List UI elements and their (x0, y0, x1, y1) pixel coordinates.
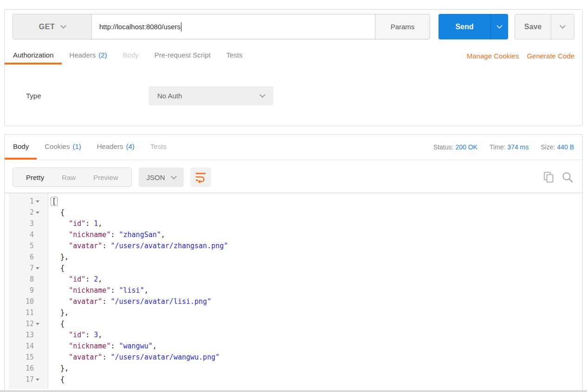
tab-headers[interactable]: Headers(2) (62, 47, 115, 64)
json-punctuation (52, 353, 69, 361)
json-punctuation: { (52, 375, 65, 384)
line-number-label: 2 (30, 208, 34, 217)
code-line: "nickname": "wangwu", (52, 341, 582, 352)
line-number-label: 12 (26, 320, 34, 328)
request-panel: GET http://localhost:8080/users Params S… (4, 9, 583, 126)
view-mode-pretty[interactable]: Pretty (17, 168, 53, 186)
auth-type-value: No Auth (157, 92, 182, 100)
matched-bracket: [ (51, 197, 58, 206)
line-number-label: 16 (26, 364, 34, 373)
line-number: 10 (9, 296, 48, 307)
request-url-row: GET http://localhost:8080/users Params S… (5, 10, 582, 39)
wrap-text-button[interactable] (190, 167, 211, 187)
json-punctuation: { (52, 208, 65, 217)
tab-body[interactable]: Body (115, 47, 147, 64)
chevron-down-icon (560, 23, 566, 29)
code-content: [ { "id": 1, "nickname": "zhangSan", "av… (48, 193, 582, 389)
meta-value: 374 ms (507, 143, 529, 151)
line-number-label: 7 (30, 264, 34, 272)
line-number: 7 (9, 263, 48, 274)
send-group: Send (439, 14, 508, 39)
fold-toggle[interactable] (34, 200, 41, 203)
postman-app: GET http://localhost:8080/users Params S… (0, 9, 587, 392)
code-line: }, (52, 251, 582, 263)
line-number: 9 (9, 285, 48, 296)
meta-value: 440 B (557, 143, 574, 151)
fold-toggle[interactable] (34, 378, 41, 381)
tab-label: Cookies (45, 142, 70, 150)
response-tabs-row: BodyCookies(1)Headers(4)Tests Status:200… (5, 135, 582, 160)
generate-code-link[interactable]: Generate Code (527, 52, 574, 60)
line-number: 3 (9, 218, 48, 229)
json-string: "lisi" (119, 286, 144, 295)
code-line: "id": 2, (52, 274, 582, 285)
tab-cookies[interactable]: Cookies(1) (37, 135, 89, 160)
fold-toggle[interactable] (34, 211, 41, 214)
json-punctuation: : (102, 297, 110, 306)
save-group: Save (515, 14, 574, 39)
send-button[interactable]: Send (439, 14, 490, 39)
save-button[interactable]: Save (515, 14, 551, 39)
fold-toggle[interactable] (34, 267, 41, 270)
line-number-label: 10 (26, 297, 34, 306)
code-line: "avatar": "/users/avatar/lisi.png" (52, 296, 582, 307)
json-punctuation: : (102, 353, 110, 361)
auth-type-select[interactable]: No Auth (148, 86, 273, 105)
json-string: "/users/avatar/zhangsan.png" (110, 242, 228, 250)
response-body-editor[interactable]: 1234567891011121314151617 [ { "id": 1, "… (5, 193, 582, 389)
response-meta-status: Status:200 OK (433, 143, 477, 151)
line-number-label: 13 (26, 331, 34, 339)
code-line: "nickname": "zhangSan", (52, 229, 582, 240)
save-dropdown-button[interactable] (551, 14, 574, 39)
copy-response-button[interactable] (543, 171, 555, 183)
text-cursor (181, 22, 181, 32)
authorization-editor: Type No Auth (5, 64, 582, 105)
json-key: "id" (69, 219, 85, 228)
tab-pre-request-script[interactable]: Pre-request Script (147, 47, 219, 64)
fold-toggle[interactable] (34, 322, 41, 325)
response-toolbar-right (543, 171, 574, 183)
code-line: [ (52, 196, 582, 207)
json-string: "/users/avatar/wangwu.png" (110, 353, 219, 361)
json-key: "avatar" (69, 297, 102, 306)
view-mode-preview[interactable]: Preview (84, 168, 127, 186)
tab-label: Tests (150, 142, 167, 150)
json-punctuation: : (110, 286, 119, 295)
tab-tests[interactable]: Tests (219, 47, 251, 64)
fold-arrow-icon (36, 379, 39, 381)
tab-label: Authorization (13, 51, 54, 59)
line-number-label: 17 (26, 375, 34, 384)
language-select[interactable]: JSON (139, 167, 184, 187)
params-button[interactable]: Params (375, 14, 430, 39)
manage-cookies-link[interactable]: Manage Cookies (467, 52, 519, 60)
code-line: "id": 3, (52, 329, 582, 341)
response-meta-time: Time:374 ms (490, 143, 529, 151)
response-meta-size: Size:440 B (541, 143, 574, 151)
line-number-label: 9 (30, 286, 34, 295)
chevron-down-icon (60, 23, 66, 29)
tab-count-badge: (4) (126, 142, 134, 150)
tab-headers[interactable]: Headers(4) (89, 135, 142, 160)
search-response-button[interactable] (561, 171, 574, 183)
line-number-label: 11 (26, 308, 34, 317)
tab-authorization[interactable]: Authorization (5, 47, 62, 64)
tab-count-badge: (2) (98, 51, 107, 59)
view-mode-raw[interactable]: Raw (53, 168, 84, 186)
method-select[interactable]: GET (13, 14, 92, 39)
chevron-down-icon (497, 23, 503, 29)
tab-count-badge: (1) (72, 142, 81, 150)
json-punctuation: , (153, 342, 157, 350)
json-punctuation (52, 331, 69, 339)
meta-label: Size: (541, 143, 555, 151)
tab-tests[interactable]: Tests (142, 135, 174, 160)
tab-body[interactable]: Body (5, 135, 37, 160)
json-punctuation: : (102, 242, 110, 250)
json-string: "/users/avatar/lisi.png" (110, 297, 211, 306)
json-punctuation (52, 231, 69, 239)
line-number: 6 (9, 251, 48, 263)
json-punctuation: , (144, 286, 148, 295)
code-line: "avatar": "/users/avatar/zhangsan.png" (52, 240, 582, 251)
send-dropdown-button[interactable] (490, 14, 508, 39)
url-input[interactable]: http://localhost:8080/users (92, 14, 375, 39)
json-punctuation: }, (52, 308, 69, 317)
